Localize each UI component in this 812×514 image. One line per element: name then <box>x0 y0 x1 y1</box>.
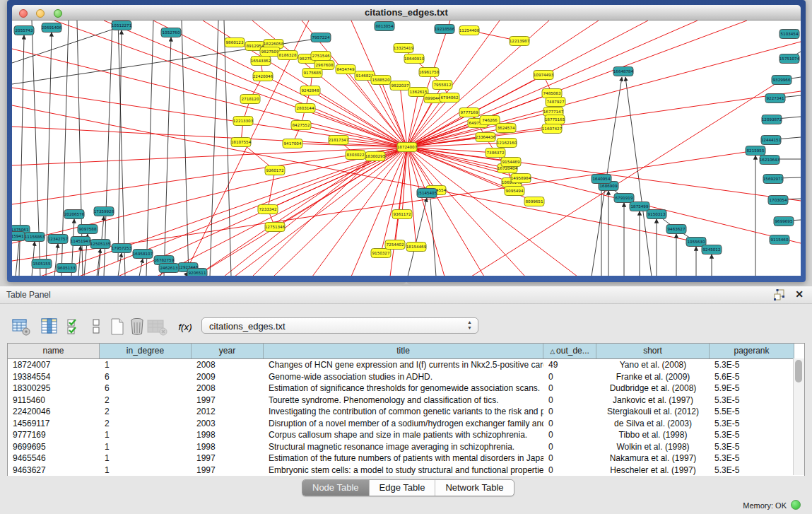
graph-node[interactable]: 7254402 <box>385 240 405 250</box>
memory-status-indicator[interactable] <box>791 500 801 510</box>
graph-node[interactable]: 5103454 <box>779 30 799 39</box>
graph-node[interactable]: 9175685 <box>302 69 322 78</box>
graph-node[interactable]: 2462613 <box>159 264 179 273</box>
graph-node[interactable]: 16648784 <box>613 67 634 76</box>
table-row[interactable]: 946362711997Embryonic stem cells: a mode… <box>8 465 804 477</box>
column-header-out_de[interactable]: △out_de... <box>543 344 596 358</box>
graph-node[interactable]: 9827509 <box>260 47 280 57</box>
column-header-short[interactable]: short <box>596 344 710 358</box>
graph-node[interactable]: 9417004 <box>283 139 302 148</box>
graph-node[interactable]: 8215955 <box>746 146 765 156</box>
graph-node[interactable]: 13325419 <box>394 44 414 53</box>
table-row[interactable]: 946554611997Estimation of the future num… <box>8 452 804 465</box>
graph-node[interactable]: 9095494 <box>505 187 524 196</box>
graph-node[interactable]: 1640954 <box>592 175 611 184</box>
graph-node[interactable]: 9860123 <box>225 38 245 47</box>
graph-node[interactable]: 10974493 <box>534 71 554 80</box>
table-row[interactable]: 2242004622012Investigating the contribut… <box>8 406 804 418</box>
graph-node[interactable]: 2718120 <box>240 95 260 104</box>
graph-node[interactable]: 2803144 <box>295 104 315 113</box>
graph-node[interactable]: 11607427 <box>542 124 563 134</box>
graph-node[interactable]: 14958984 <box>511 174 531 183</box>
graph-node[interactable]: 1505155 <box>32 259 52 269</box>
table-row[interactable]: 1830029562008Estimation of significance … <box>8 382 804 395</box>
graph-node[interactable]: 12213987 <box>510 37 530 46</box>
graph-node[interactable]: 9822037 <box>390 81 410 90</box>
column-header-year[interactable]: year <box>192 344 264 358</box>
graph-node[interactable]: 9361172 <box>392 210 412 219</box>
graph-node[interactable]: 7957224 <box>311 33 331 42</box>
graph-node[interactable]: 17957253 <box>112 244 132 253</box>
graph-node[interactable]: 18640910 <box>404 54 425 64</box>
graph-node[interactable]: 12505135 <box>90 240 111 249</box>
graph-node[interactable]: 12093872 <box>762 115 782 124</box>
graph-node[interactable]: 8099651 <box>524 197 544 206</box>
graph-node[interactable]: 1703054 <box>768 196 788 205</box>
graph-node[interactable]: 16958107 <box>133 250 153 259</box>
float-panel-icon[interactable] <box>774 289 785 300</box>
graph-node[interactable]: 8427552 <box>291 121 311 130</box>
network-view-canvas[interactable]: 1872400718300295193845549777169649756874… <box>12 21 801 276</box>
graph-node[interactable]: 9777169 <box>459 108 479 117</box>
graph-node[interactable]: 6794062 <box>440 93 459 103</box>
graph-node[interactable]: 11156863 <box>25 233 45 242</box>
graph-node[interactable]: 9699695 <box>774 217 794 226</box>
graph-node[interactable]: 7386372 <box>486 148 505 158</box>
change-table-mode-button[interactable] <box>10 316 33 337</box>
column-header-pagerank[interactable]: pagerank <box>710 344 794 358</box>
graph-node[interactable]: 1875499 <box>630 202 649 211</box>
graph-node[interactable]: 20206576 <box>64 210 85 219</box>
graph-node[interactable]: 9150313 <box>647 210 666 219</box>
graph-node[interactable]: 12444151 <box>761 136 782 145</box>
graph-node[interactable]: 7233342 <box>258 205 278 214</box>
graph-node[interactable]: 8186328 <box>278 51 298 60</box>
graph-node[interactable]: 18724007 <box>397 143 418 152</box>
table-row[interactable]: 911546021997Tourette syndrome. Phenomeno… <box>8 395 804 407</box>
graph-node[interactable]: 1588520 <box>371 76 391 85</box>
graph-node[interactable]: 9605133 <box>57 264 76 273</box>
graph-node[interactable]: 16210643 <box>760 156 780 165</box>
graph-node[interactable]: 10512271 <box>112 21 132 30</box>
graph-node[interactable]: 6791919 <box>614 194 634 203</box>
graph-node[interactable]: 15692971 <box>763 175 784 184</box>
graph-node[interactable]: 16543362 <box>251 57 271 66</box>
graph-node[interactable]: 11451947 <box>71 237 91 246</box>
graph-node[interactable]: 2751546 <box>311 52 331 61</box>
tab-edge-table[interactable]: Edge Table <box>370 480 436 496</box>
tab-network-table[interactable]: Network Table <box>435 480 513 496</box>
graph-node[interactable]: 22420046 <box>253 72 273 81</box>
graph-node[interactable]: 7955812 <box>433 81 452 90</box>
graph-node[interactable]: 9360172 <box>265 166 285 175</box>
select-rows-button[interactable] <box>63 316 86 337</box>
scrollbar-thumb[interactable] <box>795 360 802 382</box>
graph-node[interactable]: 9115460 <box>770 235 789 245</box>
show-columns-button[interactable] <box>38 316 61 337</box>
graph-node[interactable]: 12162160 <box>497 139 517 148</box>
graph-node[interactable]: 1052760 <box>161 28 181 37</box>
graph-node[interactable]: 20691406 <box>42 23 62 33</box>
graph-node[interactable]: 7485083 <box>542 89 562 98</box>
column-header-in_degree[interactable]: in_degree <box>100 344 192 358</box>
graph-node[interactable]: 18154469 <box>406 243 427 252</box>
graph-node[interactable]: 18775165 <box>545 115 565 124</box>
graph-node[interactable]: 15145405 <box>417 189 437 198</box>
graph-node[interactable]: 9227341 <box>765 94 785 103</box>
graph-node[interactable]: 9154469 <box>501 158 521 167</box>
graph-node[interactable]: 9150327 <box>371 249 391 258</box>
graph-node[interactable]: 746266 <box>480 116 500 125</box>
graph-node[interactable]: 9329966 <box>772 76 792 85</box>
graph-node[interactable]: 2055743 <box>14 26 34 35</box>
network-table-selector[interactable]: citations_edges.txt ▲▼ <box>201 317 478 334</box>
graph-node[interactable]: 12213303 <box>233 117 254 126</box>
graph-node[interactable]: 12342757 <box>48 235 69 244</box>
splitter-grip[interactable] <box>401 282 411 286</box>
graph-node[interactable]: 9097588 <box>78 225 98 234</box>
graph-node[interactable]: 17359928 <box>94 207 114 216</box>
graph-node[interactable]: 21817347 <box>329 136 349 145</box>
graph-node[interactable]: 3915941 <box>12 232 25 241</box>
graph-node[interactable]: 8303022 <box>346 151 365 160</box>
graph-node[interactable]: 16961758 <box>419 68 440 77</box>
table-row[interactable]: 1938455462009Genome-wide association stu… <box>8 371 804 383</box>
table-row[interactable]: 1872400712008Changes of HCN gene express… <box>8 359 804 371</box>
graph-node[interactable]: 19218586 <box>435 25 455 34</box>
